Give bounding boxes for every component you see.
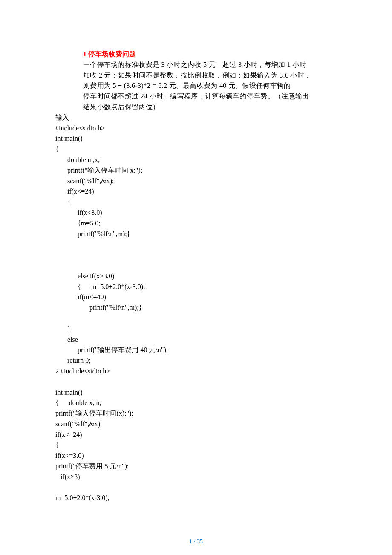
problem-statement: 一个停车场的标准收费是 3 小时之内收 5 元，超过 3 小时，每增加 1 小时… [83, 60, 337, 113]
problem-line: 加收 2 元；如果时间不是整数，按比例收取，例如：如果输入为 3.6 小时， [83, 70, 337, 81]
problem-line: 则费用为 5 + (3.6-3)*2 = 6.2 元。最高收费为 40 元。假设… [83, 81, 337, 91]
code-block-1: 输入 #include<stdio.h> int main() { double… [55, 113, 337, 503]
page-number: 1 / 35 [0, 537, 392, 546]
page: 1 停车场收费问题 一个停车场的标准收费是 3 小时之内收 5 元，超过 3 小… [0, 0, 392, 555]
section-title: 1 停车场收费问题 [83, 49, 337, 60]
problem-line: 一个停车场的标准收费是 3 小时之内收 5 元，超过 3 小时，每增加 1 小时 [83, 60, 337, 70]
problem-line: 停车时间都不超过 24 小时。编写程序，计算每辆车的停车费。（注意输出 [83, 91, 337, 102]
problem-line: 结果小数点后保留两位） [83, 102, 337, 113]
